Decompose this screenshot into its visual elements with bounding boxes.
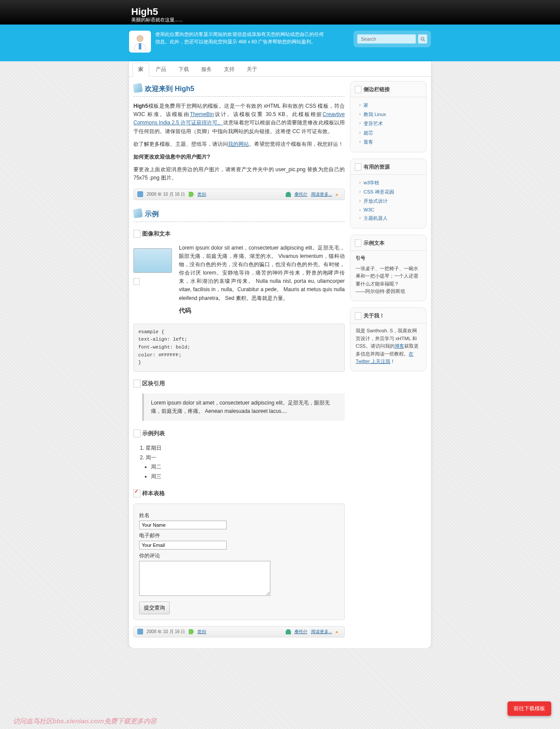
submit-button[interactable]: 提交查询: [139, 602, 170, 614]
arrow-icon: [336, 192, 341, 197]
sidebar-link[interactable]: 教我 Linux: [359, 110, 422, 119]
list-item: 周三: [151, 472, 345, 482]
tag-icon: [189, 192, 194, 197]
nav-support[interactable]: 支持: [218, 63, 240, 76]
tag-icon: [189, 629, 194, 634]
search-input[interactable]: [357, 34, 416, 44]
quote-text: 一张桌子、一把椅子、一碗水果和一把小提琴；一个人还需要什么才能幸福呢？: [350, 265, 426, 288]
post-title-welcome: 欢迎来到 High5: [133, 81, 345, 97]
sidebar-link[interactable]: 家: [359, 101, 422, 110]
comment-textarea[interactable]: [139, 561, 270, 596]
link-category[interactable]: 类别: [197, 629, 206, 635]
sidebar-link[interactable]: 逛客: [359, 137, 422, 147]
sidebar-link[interactable]: 开放式设计: [359, 197, 422, 206]
welcome-text: 使用此位置向您的访客显示简短的欢迎信息或添加有关您的网站或您自己的任何信息。此外…: [155, 31, 326, 53]
search-icon: [420, 37, 425, 42]
post-date: 2008 年 10 月 16 日: [147, 629, 185, 635]
nav-products[interactable]: 产品: [150, 63, 172, 76]
name-input[interactable]: [139, 521, 227, 529]
post-meta: 2008 年 10 月 16 日 类别 桑托什 阅读更多...: [133, 626, 345, 637]
list-item: 周一: [146, 453, 345, 463]
list-item: 周二: [151, 462, 345, 472]
link-blog[interactable]: 博客: [395, 343, 404, 349]
site-tagline: 美丽的标语就在这里......: [131, 17, 182, 23]
nav-services[interactable]: 服务: [196, 63, 217, 76]
sidebar-link[interactable]: 超芯: [359, 128, 422, 137]
quote-author: ——阿尔伯特·爱因斯坦: [350, 288, 426, 296]
post-meta: 2008 年 10 月 16 日 类别 桑托什 阅读更多...: [133, 189, 345, 200]
heading-blockquote: 区块引用: [133, 377, 345, 390]
main-content: 欢迎来到 High5 High5模板是免费用于您网站的模板。这是一个有效的 xH…: [133, 81, 345, 644]
sample-form: 姓名 电子邮件 你的评论 提交查询: [133, 504, 345, 620]
heading-change-pic: 如何更改欢迎信息中的用户图片?: [133, 154, 210, 160]
lorem-text: Lorem ipsum dolor sit amet，consectetuer …: [179, 244, 345, 303]
heading-list: 示例列表: [133, 427, 345, 440]
user-icon: [286, 629, 291, 634]
sidebar-resources-title: 有用的资源: [350, 159, 426, 175]
nav-home[interactable]: 家: [133, 63, 149, 77]
text: High5: [133, 103, 148, 109]
heading-code: 代码: [179, 307, 345, 315]
nav-downloads[interactable]: 下载: [173, 63, 195, 76]
screenshot-icon: [133, 248, 172, 273]
svg-line-3: [424, 40, 425, 41]
link-category[interactable]: 类别: [197, 191, 206, 197]
list-item: 星期日: [146, 444, 345, 453]
arrow-icon: [336, 630, 341, 634]
sidebar-link[interactable]: 主题机器人: [359, 214, 422, 223]
calendar-icon: [137, 629, 143, 634]
link-read-more[interactable]: 阅读更多...: [311, 191, 332, 197]
link-themebin[interactable]: ThemeBin: [190, 111, 214, 117]
user-avatar-icon: [129, 31, 151, 53]
quote-heading: 引号: [356, 255, 365, 261]
post-date: 2008 年 10 月 16 日: [147, 191, 185, 197]
sidebar-links-title: 侧边栏链接: [350, 81, 426, 97]
sample-image: [133, 244, 173, 318]
search-box: [354, 31, 431, 47]
main-nav: 家 产品 下载 服务 支持 关于: [129, 61, 431, 77]
label-email: 电子邮件: [139, 532, 339, 539]
email-input[interactable]: [139, 541, 227, 549]
svg-point-2: [421, 37, 424, 40]
heading-image-text: 图像和文本: [133, 227, 345, 240]
sidebar: 侧边栏链接 家 教我 Linux 变异艺术 超芯 逛客 有用的资源 w3学校 C…: [350, 81, 427, 644]
site-title: High5: [131, 6, 158, 18]
link-author[interactable]: 桑托什: [294, 191, 308, 197]
nav-about[interactable]: 关于: [241, 63, 263, 76]
heading-form: 样本表格: [133, 487, 345, 500]
blockquote: Lorem ipsum dolor sit amet，consectetuer …: [142, 394, 345, 421]
sidebar-link[interactable]: CSS 禅意花园: [359, 187, 422, 197]
svg-rect-1: [139, 43, 141, 49]
post-title-sample: 示例: [133, 206, 345, 222]
document-icon: [133, 278, 140, 285]
code-block: #sample { text-align: left; font-weight:…: [133, 324, 345, 372]
sidebar-about-title: 关于我！: [350, 308, 426, 324]
svg-point-0: [136, 35, 144, 42]
calendar-icon: [137, 191, 143, 197]
welcome-banner: 使用此位置向您的访客显示简短的欢迎信息或添加有关您的网站或您自己的任何信息。此外…: [129, 31, 326, 53]
text: 要更改上面欢迎消息旁边的用户图片，请将资产文件夹中的 user_pic.png …: [133, 166, 345, 182]
label-name: 姓名: [139, 512, 339, 519]
sidebar-sample-title: 示例文本: [350, 235, 426, 251]
link-read-more[interactable]: 阅读更多...: [311, 629, 332, 635]
user-icon: [286, 192, 291, 197]
label-comment: 你的评论: [139, 552, 339, 560]
sidebar-link[interactable]: W3C: [359, 206, 422, 214]
link-my-site[interactable]: 我的网站: [228, 141, 249, 147]
link-author[interactable]: 桑托什: [294, 629, 308, 635]
sidebar-link[interactable]: w3学校: [359, 178, 422, 187]
sidebar-link[interactable]: 变异艺术: [359, 119, 422, 128]
search-button[interactable]: [418, 34, 427, 44]
